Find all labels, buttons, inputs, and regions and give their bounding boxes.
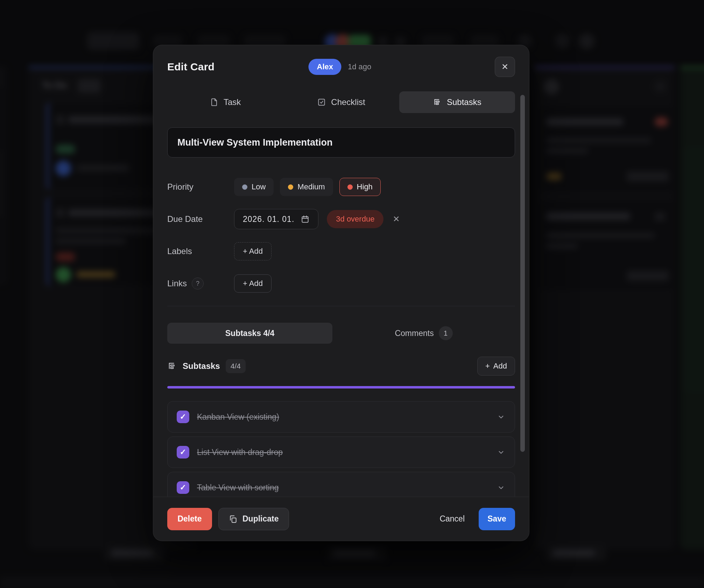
- copy-icon: [228, 514, 238, 524]
- priority-dot-high: [347, 184, 353, 190]
- tab-task-label: Task: [224, 97, 241, 107]
- modal-scrollbar-thumb[interactable]: [520, 95, 525, 452]
- clear-due-date-button[interactable]: ✕: [393, 214, 400, 224]
- add-link-button[interactable]: + Add: [234, 274, 272, 293]
- links-row: Links ? + Add: [167, 274, 515, 293]
- delete-button[interactable]: Delete: [167, 508, 212, 530]
- app-screen: To Do: [0, 0, 704, 588]
- links-label: Links ?: [167, 278, 234, 289]
- segment-comments[interactable]: Comments 1: [332, 323, 515, 344]
- priority-dot-medium: [288, 184, 293, 190]
- check-icon: ✓: [180, 483, 186, 492]
- section-divider: [167, 306, 515, 306]
- clear-icon: ✕: [393, 214, 400, 224]
- card-title-value: Multi-View System Implementation: [177, 137, 333, 148]
- subtask-title: List View with drag-drop: [197, 448, 283, 457]
- chevron-down-icon: [497, 412, 506, 421]
- tab-subtasks-label: Subtasks: [447, 97, 481, 107]
- comments-count-badge: 1: [439, 326, 453, 340]
- expand-subtask-button[interactable]: [497, 448, 506, 457]
- plus-icon: +: [485, 362, 490, 371]
- due-date-label: Due Date: [167, 214, 234, 224]
- tab-subtasks[interactable]: Subtasks: [399, 91, 515, 113]
- priority-option-high[interactable]: High: [339, 178, 381, 196]
- segment-subtasks[interactable]: Subtasks 4/4: [167, 323, 332, 344]
- priority-option-low[interactable]: Low: [234, 178, 274, 196]
- close-button[interactable]: ✕: [495, 57, 515, 77]
- calendar-icon: [301, 215, 310, 224]
- cancel-button[interactable]: Cancel: [429, 508, 475, 530]
- priority-dot-low: [242, 184, 247, 190]
- modal-footer: Delete Duplicate Cancel Save: [153, 497, 529, 541]
- modal-meta: Alex 1d ago: [309, 59, 372, 75]
- detail-segments: Subtasks 4/4 Comments 1: [167, 323, 515, 344]
- chevron-down-icon: [497, 448, 506, 457]
- labels-row: Labels + Add: [167, 241, 515, 261]
- subtasks-progress-fill: [167, 386, 515, 388]
- tab-checklist[interactable]: Checklist: [283, 91, 399, 113]
- expand-subtask-button[interactable]: [497, 483, 506, 492]
- subtask-checkbox[interactable]: ✓: [177, 411, 189, 423]
- subtask-checkbox[interactable]: ✓: [177, 481, 189, 494]
- file-icon: [210, 98, 219, 107]
- checklist-icon: [317, 98, 326, 107]
- due-date-row: Due Date 2026. 01. 01. 3d overdue ✕: [167, 209, 515, 229]
- timestamp: 1d ago: [348, 62, 371, 71]
- priority-option-medium[interactable]: Medium: [280, 178, 333, 196]
- subtask-list: ✓ Kanban View (existing) ✓ List View wit…: [167, 401, 515, 497]
- subtask-title: Kanban View (existing): [197, 412, 279, 422]
- check-icon: ✓: [180, 412, 186, 421]
- chevron-down-icon: [497, 483, 506, 492]
- card-title-input[interactable]: Multi-View System Implementation: [167, 127, 515, 158]
- add-subtask-button[interactable]: + Add: [477, 357, 515, 376]
- modal-header: Edit Card Alex 1d ago ✕: [153, 45, 529, 89]
- links-help-badge[interactable]: ?: [192, 278, 204, 289]
- modal-title: Edit Card: [167, 61, 214, 73]
- subtask-title: Table View with sorting: [197, 483, 279, 492]
- duplicate-button[interactable]: Duplicate: [218, 508, 289, 530]
- priority-row: Priority Low Medium High: [167, 177, 515, 197]
- subtasks-ratio-badge: 4/4: [226, 359, 246, 373]
- view-tabs: Task Checklist Subtasks: [167, 91, 515, 113]
- card-fields: Priority Low Medium High: [167, 177, 515, 293]
- subtask-row: ✓ List View with drag-drop: [167, 436, 515, 468]
- due-date-input[interactable]: 2026. 01. 01.: [234, 209, 318, 229]
- modal-body: Task Checklist Subtasks Multi-View Syste…: [153, 89, 529, 497]
- tab-checklist-label: Checklist: [331, 97, 365, 107]
- overdue-badge: 3d overdue: [327, 210, 383, 228]
- edit-card-modal: Edit Card Alex 1d ago ✕ Task: [153, 45, 529, 541]
- close-icon: ✕: [501, 62, 508, 72]
- subtask-checkbox[interactable]: ✓: [177, 446, 189, 458]
- save-button[interactable]: Save: [479, 508, 515, 530]
- add-label-button[interactable]: + Add: [234, 242, 272, 260]
- labels-label: Labels: [167, 246, 234, 256]
- check-icon: ✓: [180, 448, 186, 457]
- author-badge: Alex: [309, 59, 342, 75]
- subtasks-section-title: Subtasks: [183, 361, 220, 371]
- subtasks-icon: [167, 361, 177, 371]
- due-date-value: 2026. 01. 01.: [243, 215, 294, 224]
- subtasks-section-header: Subtasks 4/4 + Add: [167, 357, 515, 375]
- priority-label: Priority: [167, 182, 234, 192]
- subtask-row: ✓ Kanban View (existing): [167, 401, 515, 433]
- expand-subtask-button[interactable]: [497, 412, 506, 421]
- subtasks-icon: [433, 98, 442, 107]
- priority-options: Low Medium High: [234, 178, 381, 196]
- subtasks-progress-track: [167, 386, 515, 388]
- subtask-row: ✓ Table View with sorting: [167, 472, 515, 497]
- tab-task[interactable]: Task: [167, 91, 283, 113]
